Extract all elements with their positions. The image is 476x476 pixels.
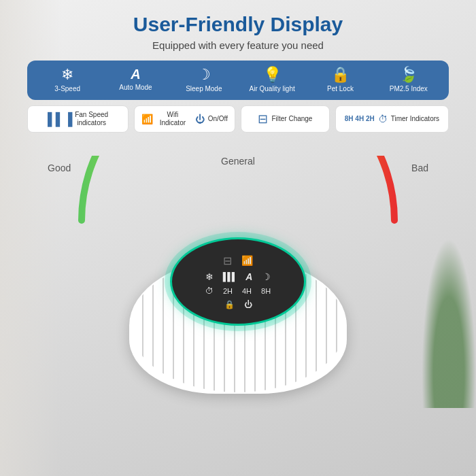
air-quality-arc: Good General Bad — [27, 142, 449, 224]
feature-wifi-label: Wifi Indicator — [156, 111, 189, 127]
feature-filter-label: Filter Change — [271, 115, 312, 123]
cp-top-row: ⊟ 📶 — [223, 254, 253, 267]
feature-auto-mode: A Auto Mode — [103, 67, 167, 93]
feature-fan-speed-label: Fan Speedindicators — [75, 111, 108, 127]
cp-filter-icon: ⊟ — [223, 254, 232, 267]
leaf-icon: 🍃 — [399, 67, 418, 82]
feature-air-quality: 💡 Air Quality light — [240, 67, 304, 93]
main-content: User-Friendly Display Equipped with ever… — [0, 0, 476, 476]
cp-4h-label: 4H — [242, 287, 252, 295]
filter-icon: ⊟ — [258, 113, 268, 125]
cp-8h-label: 8H — [261, 287, 271, 295]
cp-fan-icon: ❄ — [205, 271, 214, 282]
feature-row-bottom: ▌▌▐ Fan Speedindicators 📶 Wifi Indicator… — [27, 105, 449, 133]
feature-auto-label: Auto Mode — [119, 84, 152, 92]
purifier-section: ⊟ 📶 ❄ ▌▌▌ A ☽ ⏱ 2H 4H 8H — [27, 224, 449, 469]
bulb-icon: 💡 — [263, 67, 282, 82]
timer-icon: ⏱ — [378, 114, 388, 124]
feature-row-top: ❄ 3-Speed A Auto Mode ☽ Sleep Mode 💡 Air… — [27, 61, 449, 100]
cp-lock-icon: 🔒 — [224, 300, 235, 309]
wifi-icon: 📶 — [141, 114, 153, 124]
feature-air-quality-label: Air Quality light — [250, 85, 295, 93]
feature-timer-label: Timer Indicators — [391, 115, 439, 123]
feature-pet-lock: 🔒 Pet Lock — [308, 67, 372, 93]
feature-sleep-mode: ☽ Sleep Mode — [172, 67, 236, 93]
feature-pm25-label: PM2.5 Index — [390, 85, 428, 93]
feature-3speed: ❄ 3-Speed — [35, 67, 99, 93]
auto-icon: A — [131, 67, 140, 81]
cp-mid-row1: ❄ ▌▌▌ A ☽ — [205, 271, 271, 282]
cp-clock-icon: ⏱ — [205, 286, 214, 296]
feature-fan-speed: ▌▌▐ Fan Speedindicators — [27, 105, 129, 133]
cp-2h-label: 2H — [223, 287, 233, 295]
cp-bottom-row: 🔒 ⏻ — [224, 300, 252, 309]
feature-onoff-label: On/Off — [208, 115, 228, 123]
page-subtitle: Equipped with every feature you need — [152, 39, 324, 51]
control-panel: ⊟ 📶 ❄ ▌▌▌ A ☽ ⏱ 2H 4H 8H — [170, 237, 306, 326]
bars-icon: ▌▌▐ — [48, 113, 71, 125]
feature-timer-times: 8H 4H 2H — [345, 115, 375, 123]
feature-filter: ⊟ Filter Change — [241, 105, 330, 133]
lock-icon: 🔒 — [331, 67, 350, 82]
cp-moon-icon: ☽ — [262, 271, 271, 282]
page-title: User-Friendly Display — [133, 12, 343, 37]
purifier-device: ⊟ 📶 ❄ ▌▌▌ A ☽ ⏱ 2H 4H 8H — [122, 224, 354, 394]
fan-icon: ❄ — [61, 67, 73, 82]
cp-wifi-icon: 📶 — [241, 255, 253, 266]
cp-bars-icon: ▌▌▌ — [223, 272, 237, 282]
moon-icon: ☽ — [197, 67, 211, 82]
arc-svg — [68, 156, 408, 224]
cp-timer-row: ⏱ 2H 4H 8H — [205, 286, 271, 296]
feature-pet-lock-label: Pet Lock — [327, 85, 354, 93]
cp-auto-icon: A — [245, 271, 252, 282]
feature-wifi-onoff: 📶 Wifi Indicator ⏻ On/Off — [134, 105, 235, 133]
arc-bad-label: Bad — [411, 163, 428, 173]
cp-power-icon: ⏻ — [244, 300, 252, 309]
power-icon: ⏻ — [195, 114, 205, 124]
feature-timer: 8H 4H 2H ⏱ Timer Indicators — [335, 105, 449, 133]
feature-3speed-label: 3-Speed — [54, 85, 80, 93]
feature-pm25: 🍃 PM2.5 Index — [377, 67, 441, 93]
feature-sleep-label: Sleep Mode — [186, 85, 222, 93]
